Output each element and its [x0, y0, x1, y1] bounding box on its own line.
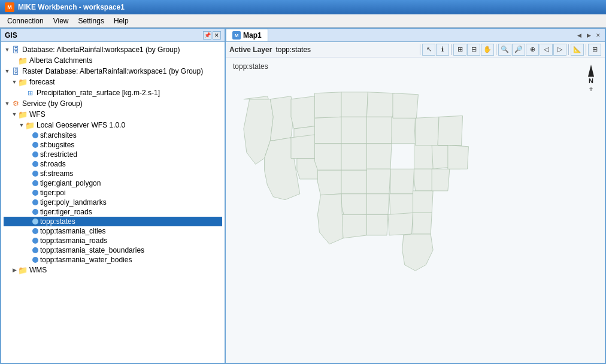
tree-item-tasmania-cities[interactable]: ▶ topp:tasmania_cities: [4, 226, 222, 236]
folder-icon-alberta: 📁: [18, 56, 28, 65]
toolbar-pan-btn[interactable]: ✋: [481, 44, 494, 56]
tree-item-precip[interactable]: ▶ ⊞ Precipitation_rate_surface [kg.m-2.s…: [4, 87, 222, 98]
state-nm: [317, 170, 341, 195]
tree-item-roads[interactable]: ▶ sf:roads: [4, 159, 222, 169]
tree-label-streams: sf:streams: [40, 169, 73, 178]
toolbar-zoom-out-btn[interactable]: 🔎: [512, 44, 525, 56]
toolbar-extra-btn[interactable]: ⊞: [588, 44, 601, 56]
dot-icon-tiger-roads: [32, 209, 38, 215]
toolbar-zoom-next-btn[interactable]: ▷: [553, 44, 566, 56]
menu-connection[interactable]: Connection: [2, 16, 49, 26]
tree-label-forecast: forecast: [29, 78, 55, 86]
expand-forecast[interactable]: ▼: [11, 78, 18, 86]
dot-icon-archsites: [32, 132, 38, 138]
main-layout: GIS 📌 ✕ ▼ 🗄 Database: AlbertaRainfall:wo…: [0, 28, 606, 364]
tab-nav-right[interactable]: ▶: [584, 31, 593, 40]
tree-label-wms: WMS: [29, 266, 47, 274]
raster-layer-icon: ⊞: [25, 88, 35, 98]
state-ar: [366, 194, 389, 215]
tree-item-alberta[interactable]: ▶ 📁 Alberta Catchments: [4, 55, 222, 66]
toolbar-zoom-in-btn[interactable]: 🔍: [498, 44, 511, 56]
dot-icon-bugsites: [32, 142, 38, 148]
active-layer-value: topp:states: [275, 46, 311, 54]
tab-close[interactable]: ✕: [594, 31, 602, 40]
expand-db1[interactable]: ▼: [4, 46, 11, 53]
toolbar-info-btn[interactable]: ℹ: [436, 44, 449, 56]
tree-label-restricted: sf:restricted: [40, 150, 77, 159]
toolbar-divider-2: [451, 44, 452, 55]
tree-label-poi: tiger:poi: [40, 189, 66, 197]
tree-item-tasmania-state-boundaries[interactable]: ▶ topp:tasmania_state_boundaries: [4, 245, 222, 255]
map-tab-icon: M: [232, 31, 241, 40]
tree-item-tasmania-roads[interactable]: ▶ topp:tasmania_roads: [4, 236, 222, 245]
tree-label-tasmania-roads: topp:tasmania_roads: [40, 236, 107, 245]
folder-icon-localwfs: 📁: [25, 120, 35, 130]
folder-icon-forecast: 📁: [18, 77, 28, 87]
state-mt: [314, 92, 341, 118]
gis-panel-header: GIS 📌 ✕: [1, 29, 225, 42]
tree-item-tiger-roads[interactable]: ▶ tiger:tiger_roads: [4, 207, 222, 217]
database-icon: 🗄: [11, 45, 20, 54]
toolbar-select-btn[interactable]: ↖: [422, 44, 435, 56]
tree-label-archsites: sf:archsites: [40, 131, 77, 139]
menu-bar: Connection View Settings Help: [0, 14, 606, 28]
state-wy: [314, 117, 341, 143]
state-wv-va: [413, 191, 434, 213]
expand-localwfs[interactable]: ▼: [18, 122, 25, 129]
expand-rasterdb[interactable]: ▼: [4, 68, 11, 75]
state-md-de: [432, 169, 450, 191]
tree-label-localwfs: Local Geoserver WFS 1.0.0: [37, 121, 125, 129]
state-ne: [341, 144, 366, 170]
tree-item-bugsites[interactable]: ▶ sf:bugsites: [4, 140, 222, 150]
toolbar-divider-3: [496, 44, 496, 55]
toolbar-zoom-prev-btn[interactable]: ◁: [540, 44, 553, 56]
tree-label-tasmania-cities: topp:tasmania_cities: [40, 227, 105, 235]
tree-label-giant-polygon: tiger:giant_polygon: [40, 179, 101, 187]
map-tab-bar: M Map1 ◀ ▶ ✕: [226, 29, 605, 42]
tree-item-wfs[interactable]: ▼ 📁 WFS: [4, 109, 222, 120]
menu-help[interactable]: Help: [109, 16, 134, 26]
tree-item-restricted[interactable]: ▶ sf:restricted: [4, 150, 222, 159]
dot-icon-streams: [32, 171, 38, 177]
tree-item-service[interactable]: ▼ ⚙ Service (by Group): [4, 98, 222, 109]
menu-view[interactable]: View: [49, 16, 74, 26]
tree-label-tiger-roads: tiger:tiger_roads: [40, 208, 92, 216]
state-oh: [414, 169, 435, 191]
expand-wfs[interactable]: ▼: [11, 111, 18, 118]
map-canvas[interactable]: topp:states N +: [226, 57, 605, 363]
state-wa-coast: [244, 96, 269, 99]
tree-item-giant-polygon[interactable]: ▶ tiger:giant_polygon: [4, 178, 222, 188]
tree-item-poly-landmarks[interactable]: ▶ tiger:poly_landmarks: [4, 198, 222, 207]
expand-service[interactable]: ▼: [4, 100, 11, 107]
tree-item-poi[interactable]: ▶ tiger:poi: [4, 188, 222, 198]
state-ia: [366, 144, 392, 169]
map1-tab[interactable]: M Map1: [226, 29, 268, 41]
dot-icon-topp-states: [32, 219, 38, 225]
toolbar-zoom-fit-btn[interactable]: ⊕: [526, 44, 539, 56]
folder-icon-wms: 📁: [18, 265, 28, 275]
tree-item-topp-states[interactable]: ▶ topp:states: [4, 217, 222, 226]
state-ks: [341, 170, 366, 194]
tree-item-tasmania-water-bodies[interactable]: ▶ topp:tasmania_water_bodies: [4, 255, 222, 265]
tree-item-localwfs[interactable]: ▼ 📁 Local Geoserver WFS 1.0.0: [4, 120, 222, 131]
tree-item-raster-db[interactable]: ▼ 🗄 Raster Database: AlbertaRainfall:wor…: [4, 66, 222, 77]
panel-close-btn[interactable]: ✕: [213, 31, 221, 40]
tree-item-archsites[interactable]: ▶ sf:archsites: [4, 131, 222, 140]
tab-nav-left[interactable]: ◀: [575, 31, 583, 40]
toolbar-grid-btn[interactable]: ⊞: [453, 44, 466, 56]
state-nd: [341, 92, 368, 117]
expand-wms[interactable]: ▶: [11, 266, 18, 274]
tree-item-forecast[interactable]: ▼ 📁 forecast: [4, 77, 222, 87]
raster-db-icon: 🗄: [11, 66, 20, 76]
tree-item-database1[interactable]: ▼ 🗄 Database: AlbertaRainfall:workspace1…: [4, 44, 222, 55]
tree-item-streams[interactable]: ▶ sf:streams: [4, 169, 222, 178]
north-arrow-shape: [588, 65, 594, 77]
dot-icon-poi: [32, 190, 38, 196]
panel-pin-btn[interactable]: 📌: [203, 31, 211, 40]
toolbar-grid2-btn[interactable]: ⊟: [467, 44, 480, 56]
map-layer-label: topp:states: [233, 62, 268, 71]
toolbar-measure-btn[interactable]: 📐: [571, 44, 584, 56]
tree-item-wms[interactable]: ▶ 📁 WMS: [4, 265, 222, 275]
menu-settings[interactable]: Settings: [74, 16, 109, 26]
gis-tree: ▼ 🗄 Database: AlbertaRainfall:workspace1…: [1, 42, 225, 363]
